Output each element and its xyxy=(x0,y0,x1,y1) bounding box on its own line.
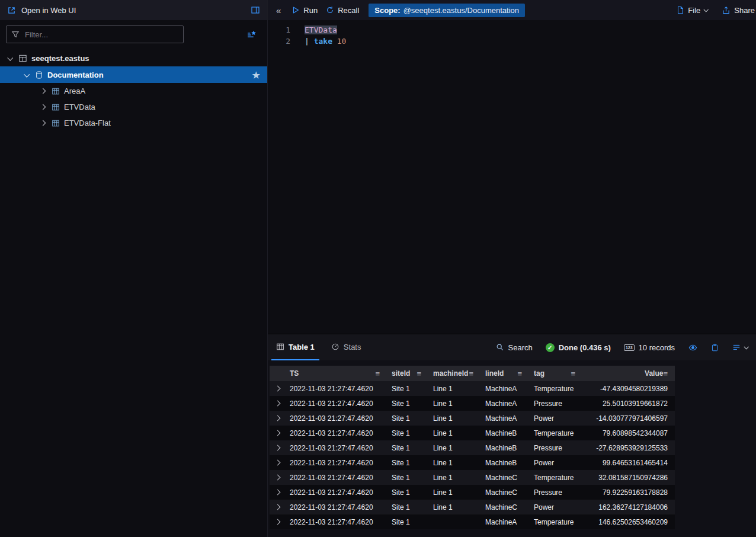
tree-item-database-selected[interactable]: Documentation ★ xyxy=(0,66,267,83)
row-expand-icon[interactable] xyxy=(270,500,285,514)
table-row[interactable]: 2022-11-03 21:27:47.4620Site 1Line 1Mach… xyxy=(270,500,675,514)
table-row[interactable]: 2022-11-03 21:27:47.4620Site 1Line 1Mach… xyxy=(270,455,675,470)
query-editor[interactable]: 1 ETVData 2 | take 10 xyxy=(268,20,756,338)
split-panel-icon[interactable] xyxy=(251,5,260,15)
layout-menu-button[interactable] xyxy=(732,343,748,351)
table-row[interactable]: 2022-11-03 21:27:47.4620Site 1Line 1Mach… xyxy=(270,426,675,440)
file-menu-button[interactable]: File xyxy=(676,6,707,15)
table-row[interactable]: 2022-11-03 21:27:47.4620Site 1Line 1Mach… xyxy=(270,470,675,485)
chevron-right-icon[interactable] xyxy=(38,121,47,125)
table-row[interactable]: 2022-11-03 21:27:47.4620Site 1Line 1Mach… xyxy=(270,396,675,411)
table-icon xyxy=(52,103,60,111)
column-header-machineId[interactable]: machineId≡ xyxy=(428,366,480,381)
cell-tag: Power xyxy=(529,500,582,514)
row-expand-icon[interactable] xyxy=(270,485,285,500)
cell-TS: 2022-11-03 21:27:47.4620 xyxy=(285,411,387,426)
column-menu-icon[interactable]: ≡ xyxy=(571,369,575,378)
table-icon xyxy=(52,87,60,95)
column-header-Value[interactable]: Value≡ xyxy=(582,366,675,381)
row-expand-icon[interactable] xyxy=(270,470,285,485)
cell-TS: 2022-11-03 21:27:47.4620 xyxy=(285,455,387,470)
filter-row xyxy=(6,25,261,43)
tree-item-table[interactable]: ETVData xyxy=(0,99,267,115)
expander-column-header xyxy=(270,366,285,381)
row-expand-icon[interactable] xyxy=(270,440,285,455)
column-menu-icon[interactable]: ≡ xyxy=(469,369,473,378)
row-expand-icon[interactable] xyxy=(270,381,285,396)
favorites-filter-icon[interactable] xyxy=(246,30,257,40)
scope-selector[interactable]: Scope: @seeqtest.eastus/Documentation xyxy=(369,4,525,17)
tab-stats-label: Stats xyxy=(344,343,361,351)
share-icon xyxy=(722,6,731,15)
results-header: Table 1 Stats Search ✓ Done (0.436 s) xyxy=(268,334,756,360)
preview-eye-icon[interactable] xyxy=(688,343,698,352)
cell-Value: 79.60898542344087 xyxy=(582,426,675,440)
chevron-down-icon[interactable] xyxy=(21,73,31,77)
row-expand-icon[interactable] xyxy=(270,455,285,470)
cell-lineId: MachineB xyxy=(480,426,529,440)
cell-siteId: Site 1 xyxy=(387,485,428,500)
search-button[interactable]: Search xyxy=(496,343,533,352)
open-in-web-ui-button[interactable]: Open in Web UI xyxy=(0,0,267,20)
cell-machineId: Line 1 xyxy=(428,500,480,514)
connections-sidebar: Open in Web UI seeqtest.eastus xyxy=(0,0,268,537)
cell-tag: Temperature xyxy=(529,514,582,529)
tree-item-table[interactable]: ETVData-Flat xyxy=(0,115,267,131)
cell-TS: 2022-11-03 21:27:47.4620 xyxy=(285,381,387,396)
column-header-lineId[interactable]: lineId≡ xyxy=(480,366,529,381)
tree-item-table[interactable]: AreaA xyxy=(0,83,267,99)
cell-lineId: MachineA xyxy=(480,411,529,426)
cell-machineId: Line 1 xyxy=(428,381,480,396)
collapse-sidebar-button[interactable]: « xyxy=(276,5,281,15)
results-table-header: TS≡siteId≡machineId≡lineId≡tag≡Value≡ xyxy=(270,366,675,381)
column-header-TS[interactable]: TS≡ xyxy=(285,366,387,381)
line-number: 2 xyxy=(268,36,290,47)
filter-input-box[interactable] xyxy=(6,25,184,43)
cell-machineId: Line 1 xyxy=(428,396,480,411)
chevron-right-icon[interactable] xyxy=(38,105,47,109)
query-table-token: ETVData xyxy=(305,25,337,34)
cell-siteId: Site 1 xyxy=(387,440,428,455)
tab-stats[interactable]: Stats xyxy=(326,334,366,360)
column-label: tag xyxy=(534,369,544,378)
row-expand-icon[interactable] xyxy=(270,514,285,529)
recall-button[interactable]: Recall xyxy=(326,6,359,15)
column-menu-icon[interactable]: ≡ xyxy=(663,369,668,378)
cell-lineId: MachineC xyxy=(480,470,529,485)
column-menu-icon[interactable]: ≡ xyxy=(517,369,522,378)
cell-machineId: Line 1 xyxy=(428,426,480,440)
column-header-tag[interactable]: tag≡ xyxy=(529,366,582,381)
table-row[interactable]: 2022-11-03 21:27:47.4620Site 1Line 1Mach… xyxy=(270,485,675,500)
cell-siteId: Site 1 xyxy=(387,514,428,529)
tree-item-cluster[interactable]: seeqtest.eastus xyxy=(0,50,267,66)
share-button[interactable]: Share xyxy=(722,6,755,15)
column-label: Value xyxy=(645,369,663,378)
cell-siteId: Site 1 xyxy=(387,396,428,411)
column-menu-icon[interactable]: ≡ xyxy=(375,369,380,378)
cell-lineId: MachineA xyxy=(480,381,529,396)
row-expand-icon[interactable] xyxy=(270,411,285,426)
filter-input[interactable] xyxy=(24,30,183,40)
row-expand-icon[interactable] xyxy=(270,396,285,411)
chevron-down-icon[interactable] xyxy=(5,56,14,60)
chevron-right-icon[interactable] xyxy=(38,89,47,93)
table-row[interactable]: 2022-11-03 21:27:47.4620Site 1MachineATe… xyxy=(270,514,675,529)
cell-Value: -47.43094580219389 xyxy=(582,381,675,396)
recall-icon xyxy=(326,6,334,14)
table-row[interactable]: 2022-11-03 21:27:47.4620Site 1Line 1Mach… xyxy=(270,381,675,396)
cell-siteId: Site 1 xyxy=(387,411,428,426)
tab-table-1[interactable]: Table 1 xyxy=(271,334,319,360)
column-header-siteId[interactable]: siteId≡ xyxy=(387,366,428,381)
run-button[interactable]: Run xyxy=(291,6,318,15)
row-expand-icon[interactable] xyxy=(270,426,285,440)
favorite-star-icon[interactable]: ★ xyxy=(252,71,260,79)
copy-clipboard-icon[interactable] xyxy=(711,343,719,352)
chevron-down-icon xyxy=(744,344,748,349)
table-row[interactable]: 2022-11-03 21:27:47.4620Site 1Line 1Mach… xyxy=(270,440,675,455)
cell-machineId: Line 1 xyxy=(428,440,480,455)
recall-label: Recall xyxy=(338,6,359,15)
column-menu-icon[interactable]: ≡ xyxy=(417,369,421,378)
search-label: Search xyxy=(508,343,533,352)
table-row[interactable]: 2022-11-03 21:27:47.4620Site 1Line 1Mach… xyxy=(270,411,675,426)
cell-siteId: Site 1 xyxy=(387,500,428,514)
